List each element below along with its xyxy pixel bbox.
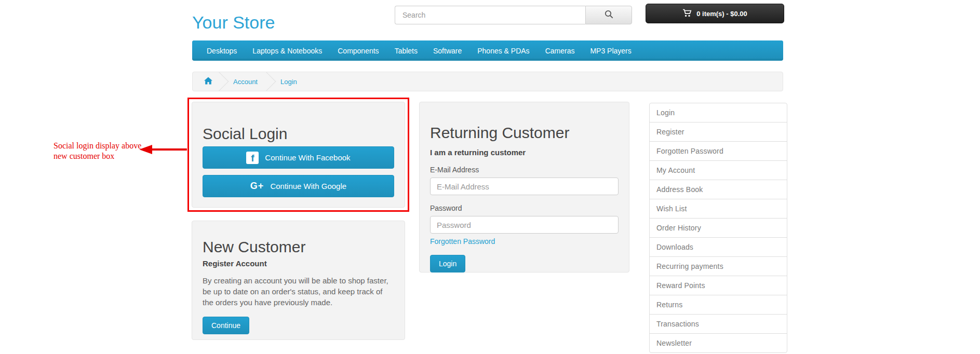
account-menu-item[interactable]: Returns bbox=[650, 295, 787, 314]
nav-item[interactable]: Tablets bbox=[387, 47, 425, 55]
search-button[interactable] bbox=[585, 6, 632, 24]
annotation-arrow-head-icon bbox=[139, 145, 152, 154]
google-button-label: Continue With Google bbox=[270, 182, 346, 190]
main-navigation: Desktops Laptops & Notebooks Components … bbox=[192, 40, 783, 61]
new-customer-description: By creating an account you will be able … bbox=[203, 275, 394, 308]
password-field[interactable] bbox=[430, 216, 619, 234]
breadcrumb-item: Login bbox=[266, 75, 305, 88]
page: Your Store 0 item(s) - $0 bbox=[0, 0, 980, 354]
nav-list: Desktops Laptops & Notebooks Components … bbox=[192, 40, 783, 61]
nav-item[interactable]: Components bbox=[330, 47, 386, 55]
nav-item[interactable]: Cameras bbox=[538, 47, 583, 55]
social-login-title: Social Login bbox=[203, 125, 394, 142]
account-menu-item[interactable]: Register bbox=[650, 122, 787, 141]
facebook-login-button[interactable]: f Continue With Facebook bbox=[203, 146, 394, 169]
account-menu-item[interactable]: Reward Points bbox=[650, 276, 787, 295]
account-menu-item[interactable]: Wish List bbox=[650, 199, 787, 218]
returning-customer-subtitle: I am a returning customer bbox=[430, 148, 619, 157]
nav-item[interactable]: Software bbox=[425, 47, 469, 55]
new-customer-title: New Customer bbox=[203, 238, 394, 255]
account-menu-item[interactable]: Downloads bbox=[650, 237, 787, 256]
forgotten-password-link[interactable]: Forgotten Password bbox=[430, 237, 495, 246]
returning-customer-box: Returning Customer I am a returning cust… bbox=[419, 102, 629, 273]
annotation-text: Social login display above new customer … bbox=[53, 141, 144, 161]
returning-customer-title: Returning Customer bbox=[430, 124, 619, 141]
account-menu-item[interactable]: My Account bbox=[650, 160, 787, 180]
chevron-right-icon bbox=[210, 72, 229, 91]
google-plus-icon: G+ bbox=[250, 181, 264, 192]
account-menu-item[interactable]: Newsletter bbox=[650, 333, 787, 352]
nav-item[interactable]: Desktops bbox=[199, 47, 245, 55]
account-menu-item[interactable]: Forgotten Password bbox=[650, 141, 787, 160]
email-label: E-Mail Address bbox=[430, 166, 619, 174]
nav-item[interactable]: MP3 Players bbox=[582, 47, 639, 55]
account-menu-item[interactable]: Transactions bbox=[650, 314, 787, 333]
account-menu-item[interactable]: Order History bbox=[650, 218, 787, 237]
search-group bbox=[395, 6, 632, 24]
cart-button[interactable]: 0 item(s) - $0.00 bbox=[646, 4, 784, 23]
facebook-button-label: Continue With Facebook bbox=[265, 153, 350, 162]
content-container: Your Store 0 item(s) - $0 bbox=[192, 0, 783, 354]
store-logo[interactable]: Your Store bbox=[192, 12, 275, 33]
breadcrumb-items: Account Login bbox=[219, 75, 305, 88]
cart-total-label: 0 item(s) - $0.00 bbox=[696, 10, 747, 18]
account-menu-item[interactable]: Address Book bbox=[650, 180, 787, 199]
password-label: Password bbox=[430, 204, 619, 212]
social-login-box: Social Login f Continue With Facebook G+… bbox=[192, 102, 405, 208]
nav-item[interactable]: Laptops & Notebooks bbox=[245, 47, 330, 55]
account-menu-item[interactable]: Login bbox=[650, 103, 787, 122]
nav-item[interactable]: Phones & PDAs bbox=[469, 47, 537, 55]
google-login-button[interactable]: G+ Continue With Google bbox=[203, 175, 394, 197]
breadcrumb: Account Login bbox=[192, 72, 783, 91]
search-input[interactable] bbox=[395, 6, 585, 24]
account-menu: Login Register Forgotten Password My Acc… bbox=[649, 103, 787, 353]
continue-button[interactable]: Continue bbox=[203, 317, 249, 334]
account-menu-item[interactable]: Recurring payments bbox=[650, 256, 787, 276]
facebook-icon: f bbox=[246, 152, 259, 164]
search-icon bbox=[605, 10, 613, 20]
login-button[interactable]: Login bbox=[430, 255, 465, 273]
new-customer-box: New Customer Register Account By creatin… bbox=[192, 221, 405, 340]
annotation-arrow-line bbox=[152, 148, 187, 151]
email-field[interactable] bbox=[430, 178, 619, 195]
cart-icon bbox=[682, 9, 692, 19]
register-account-subtitle: Register Account bbox=[203, 259, 394, 268]
